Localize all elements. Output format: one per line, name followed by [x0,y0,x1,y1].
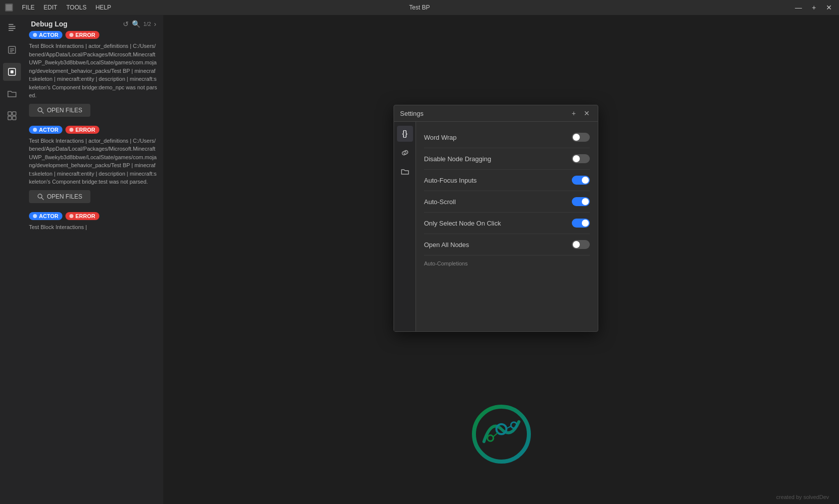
log-text: Test Block Interactions | actor_definiti… [29,42,158,100]
actor-badge-label: ACTOR [39,127,58,133]
actor-badge-dot [33,128,37,132]
activity-extensions[interactable] [3,107,21,125]
content-area: Welcome to bridge. Creating Minecraft ad… [164,15,839,504]
code-icon: {} [402,129,408,138]
footer-text: created by solvedDev [776,494,829,500]
svg-rect-10 [10,70,13,73]
actor-badge-dot [33,33,37,37]
sidebar-header: Debug Log ↺ 🔍 1/2 › [24,15,163,31]
error-badge-label: ERROR [75,32,95,38]
actor-badge-dot [33,214,37,218]
settings-modal: Settings + ✕ {} [394,105,598,332]
open-files-button[interactable]: OPEN FILES [29,104,90,117]
settings-label-openallnodes: Open All Nodes [424,241,469,249]
footer: created by solvedDev [776,494,829,500]
settings-label-nodedragging: Disable Node Dragging [424,155,491,163]
svg-rect-2 [8,26,15,27]
toggle-wordwrap[interactable] [572,133,590,142]
toggle-thumb-autoscroll [582,198,589,205]
error-badge-label: ERROR [75,127,95,133]
toggle-selectnode[interactable] [572,219,590,228]
svg-rect-11 [8,112,11,115]
menu-file[interactable]: FILE [22,4,34,11]
open-files-button[interactable]: OPEN FILES [29,190,90,203]
modal-sidebar-item-link[interactable] [397,145,413,161]
sidebar-content: ACTOR ERROR Test Block Interactions | ac… [24,31,163,504]
error-badge: ERROR [65,31,99,39]
toggle-thumb-openallnodes [573,241,580,248]
actor-badge-label: ACTOR [39,213,58,219]
modal-close-button[interactable]: ✕ [582,109,592,117]
open-files-label: OPEN FILES [47,193,82,200]
svg-rect-0 [6,4,12,10]
log-entry: ACTOR ERROR Test Block Interactions | ac… [29,31,158,117]
log-entry-badges: ACTOR ERROR [29,31,158,39]
settings-item-nodedragging: Disable Node Dragging [424,148,590,170]
svg-rect-8 [10,51,12,52]
toggle-autofocus[interactable] [572,176,590,185]
modal-body: {} Word Wrap [394,122,598,331]
page-indicator: 1/2 [143,21,151,27]
svg-line-18 [41,198,43,200]
menu-tools[interactable]: TOOLS [66,4,86,11]
svg-rect-4 [8,30,13,31]
modal-sidebar-item-code[interactable]: {} [397,126,413,142]
svg-rect-12 [12,112,16,115]
toggle-nodedragging[interactable] [572,154,590,163]
sidebar-title: Debug Log [31,20,67,28]
menu-edit[interactable]: EDIT [43,4,57,11]
activity-folder[interactable] [3,85,21,103]
activity-debug[interactable] [3,63,21,81]
error-badge: ERROR [65,126,99,134]
sidebar-controls: ↺ 🔍 1/2 › [123,20,156,28]
toggle-thumb-selectnode [582,220,589,227]
window-title: Test BP [409,4,429,11]
svg-line-16 [41,111,43,113]
actor-badge: ACTOR [29,212,62,220]
error-badge-dot [69,33,73,37]
svg-rect-1 [8,24,13,25]
settings-label-autofocus: Auto-Focus Inputs [424,177,477,184]
error-badge-dot [69,214,73,218]
svg-rect-3 [8,28,15,29]
activity-files[interactable] [3,19,21,37]
actor-badge: ACTOR [29,126,62,134]
log-entry: ACTOR ERROR Test Block Interactions | [29,212,158,232]
settings-item-selectnode: Only Select Node On Click [424,213,590,234]
app-icon [5,3,13,11]
menu-help[interactable]: HELP [95,4,111,11]
error-badge-dot [69,128,73,132]
toggle-autoscroll[interactable] [572,197,590,206]
main-layout: Debug Log ↺ 🔍 1/2 › ACTOR ERROR [0,15,839,504]
titlebar: FILE EDIT TOOLS HELP Test BP — + ✕ [0,0,839,15]
actor-badge-label: ACTOR [39,32,58,38]
modal-header: Settings + ✕ [394,105,598,122]
settings-item-wordwrap: Word Wrap [424,127,590,148]
bridge-logo [471,404,531,464]
activity-log[interactable] [3,41,21,59]
log-text: Test Block Interactions | [29,223,158,232]
settings-label-wordwrap: Word Wrap [424,134,456,141]
modal-title: Settings [400,110,423,117]
svg-rect-14 [12,116,16,120]
svg-line-22 [493,433,498,437]
error-badge-label: ERROR [75,213,95,219]
refresh-icon[interactable]: ↺ [123,20,129,28]
error-badge: ERROR [65,212,99,220]
maximize-button[interactable]: + [810,3,818,11]
toggle-thumb-autofocus [582,177,589,184]
toggle-thumb-nodedragging [573,155,580,162]
minimize-button[interactable]: — [793,3,804,11]
next-page-icon[interactable]: › [154,20,156,28]
log-entry-badges: ACTOR ERROR [29,212,158,220]
actor-badge: ACTOR [29,31,62,39]
search-icon[interactable]: 🔍 [132,20,140,28]
log-entry-badges: ACTOR ERROR [29,126,158,134]
close-button[interactable]: ✕ [824,3,834,11]
toggle-openallnodes[interactable] [572,240,590,249]
modal-content: Word Wrap Disable Node Dragging [416,122,598,331]
section-header-autocompletions: Auto-Completions [424,255,590,268]
modal-sidebar: {} [394,122,416,331]
modal-sidebar-item-folder[interactable] [397,164,413,180]
modal-add-button[interactable]: + [570,109,578,117]
